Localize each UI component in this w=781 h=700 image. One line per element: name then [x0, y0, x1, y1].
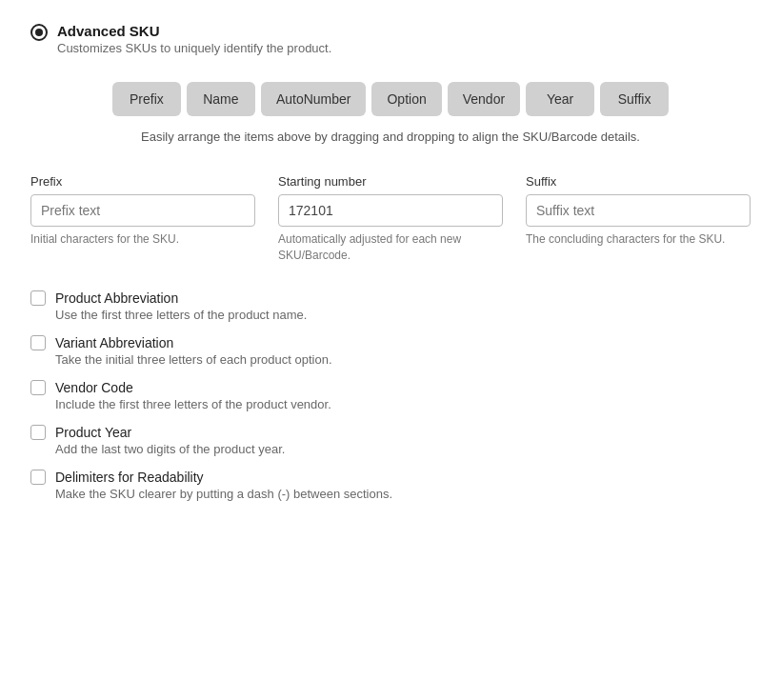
checkbox-item-1: Variant AbbreviationTake the initial thr…	[30, 335, 751, 367]
sku-chip-prefix[interactable]: Prefix	[112, 82, 181, 116]
prefix-input[interactable]	[30, 194, 255, 227]
checkbox-desc-0: Use the first three letters of the produ…	[55, 308, 751, 322]
sku-chip-name[interactable]: Name	[187, 82, 255, 116]
sku-chip-vendor[interactable]: Vendor	[448, 82, 520, 116]
checkbox-item-3: Product YearAdd the last two digits of t…	[30, 425, 751, 456]
sku-chip-autonumber[interactable]: AutoNumber	[261, 82, 367, 116]
checkbox-item-2: Vendor CodeInclude the first three lette…	[30, 380, 751, 411]
fields-section: Prefix Initial characters for the SKU. S…	[30, 174, 751, 264]
radio-inner-dot	[35, 29, 43, 36]
checkbox-box-4[interactable]	[30, 470, 46, 485]
checkbox-desc-1: Take the initial three letters of each p…	[55, 352, 751, 367]
checkbox-box-1[interactable]	[30, 335, 46, 350]
prefix-hint: Initial characters for the SKU.	[30, 231, 255, 248]
checkbox-box-2[interactable]	[30, 380, 46, 395]
checkbox-label-4: Delimiters for Readability	[55, 470, 204, 485]
checkbox-desc-2: Include the first three letters of the p…	[55, 397, 751, 411]
sku-chip-option[interactable]: Option	[371, 82, 441, 116]
prefix-label: Prefix	[30, 174, 255, 189]
sku-chip-suffix[interactable]: Suffix	[600, 82, 669, 116]
checkbox-row-3: Product Year	[30, 425, 751, 440]
suffix-hint: The concluding characters for the SKU.	[526, 231, 751, 248]
starting-number-label: Starting number	[278, 174, 503, 189]
checkbox-label-3: Product Year	[55, 425, 131, 440]
header-text-block: Advanced SKU Customizes SKUs to uniquely…	[57, 23, 331, 55]
drag-instruction: Easily arrange the items above by draggi…	[30, 130, 751, 144]
checkboxes-section: Product AbbreviationUse the first three …	[30, 290, 751, 501]
checkbox-row-1: Variant Abbreviation	[30, 335, 751, 350]
checkbox-row-2: Vendor Code	[30, 380, 751, 395]
sku-chip-year[interactable]: Year	[526, 82, 594, 116]
prefix-field-group: Prefix Initial characters for the SKU.	[30, 174, 255, 264]
starting-number-hint: Automatically adjusted for each new SKU/…	[278, 231, 503, 264]
checkbox-item-0: Product AbbreviationUse the first three …	[30, 290, 751, 322]
checkbox-box-3[interactable]	[30, 425, 46, 440]
checkbox-label-2: Vendor Code	[55, 380, 133, 395]
advanced-sku-title: Advanced SKU	[57, 23, 331, 39]
checkbox-box-0[interactable]	[30, 290, 46, 306]
suffix-label: Suffix	[526, 174, 751, 189]
advanced-sku-subtitle: Customizes SKUs to uniquely identify the…	[57, 41, 331, 55]
suffix-input[interactable]	[526, 194, 751, 227]
checkbox-row-0: Product Abbreviation	[30, 290, 751, 306]
starting-number-field-group: Starting number Automatically adjusted f…	[278, 174, 503, 264]
checkbox-desc-3: Add the last two digits of the product y…	[55, 442, 751, 456]
checkbox-row-4: Delimiters for Readability	[30, 470, 751, 485]
suffix-field-group: Suffix The concluding characters for the…	[526, 174, 751, 264]
advanced-sku-header: Advanced SKU Customizes SKUs to uniquely…	[30, 23, 751, 55]
checkbox-desc-4: Make the SKU clearer by putting a dash (…	[55, 487, 751, 501]
checkbox-label-0: Product Abbreviation	[55, 290, 178, 306]
checkbox-item-4: Delimiters for ReadabilityMake the SKU c…	[30, 470, 751, 501]
starting-number-input[interactable]	[278, 194, 503, 227]
advanced-sku-radio[interactable]	[30, 24, 48, 41]
checkbox-label-1: Variant Abbreviation	[55, 335, 173, 350]
sku-chips-container: PrefixNameAutoNumberOptionVendorYearSuff…	[30, 82, 751, 116]
